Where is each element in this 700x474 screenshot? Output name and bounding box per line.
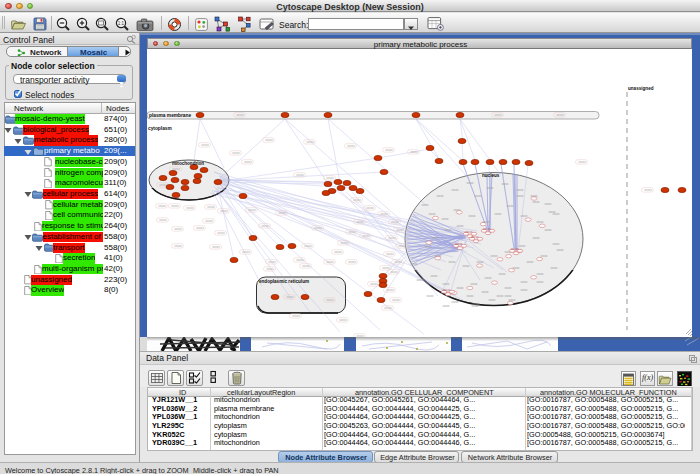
svg-text:xxxxx: xxxxx — [370, 282, 378, 286]
svg-text:mitochondrion: mitochondrion — [172, 161, 204, 166]
svg-text:xxxxx: xxxxx — [471, 282, 479, 286]
svg-text:xxxxx: xxxxx — [386, 252, 394, 256]
svg-text:unassigned: unassigned — [628, 86, 654, 91]
svg-text:xxxxx: xxxxx — [463, 264, 471, 268]
svg-text:xxxxx: xxxxx — [437, 194, 445, 198]
svg-text:xxxxx: xxxxx — [497, 294, 505, 298]
svg-text:xxxxx: xxxxx — [356, 220, 364, 224]
svg-text:xxxxx: xxxxx — [236, 113, 244, 117]
svg-text:xxxxx: xxxxx — [326, 260, 334, 264]
svg-text:xxxxx: xxxxx — [445, 228, 453, 232]
svg-text:xxxxx: xxxxx — [551, 266, 559, 270]
svg-text:xxxxx: xxxxx — [505, 294, 513, 298]
svg-text:xxxxx: xxxxx — [386, 288, 394, 292]
svg-text:xxxxx: xxxxx — [417, 278, 425, 282]
svg-text:xxxxx: xxxxx — [477, 260, 485, 264]
svg-text:xxxxx: xxxxx — [429, 212, 437, 216]
svg-text:xxxxx: xxxxx — [467, 294, 475, 298]
svg-text:xxxxx: xxxxx — [502, 182, 510, 186]
svg-text:xxxxx: xxxxx — [205, 219, 213, 223]
svg-text:xxxxx: xxxxx — [422, 203, 430, 207]
svg-text:xxxxx: xxxxx — [220, 209, 228, 213]
svg-text:xxxxx: xxxxx — [482, 290, 490, 294]
svg-text:xxxxx: xxxxx — [385, 148, 393, 152]
svg-text:xxxxx: xxxxx — [553, 242, 561, 246]
svg-text:xxxxx: xxxxx — [557, 248, 565, 252]
svg-text:xxxxx: xxxxx — [334, 250, 342, 254]
svg-text:xxxxx: xxxxx — [392, 298, 400, 302]
svg-text:xxxxx: xxxxx — [158, 204, 166, 208]
svg-text:xxxxx: xxxxx — [353, 198, 361, 202]
svg-text:xxxxx: xxxxx — [306, 140, 314, 144]
svg-text:xxxxx: xxxxx — [507, 204, 515, 208]
svg-text:xxxxx: xxxxx — [159, 218, 167, 222]
svg-text:xxxxx: xxxxx — [411, 262, 419, 266]
svg-text:xxxxx: xxxxx — [578, 160, 586, 164]
svg-text:xxxxx: xxxxx — [286, 295, 294, 299]
svg-text:xxxxx: xxxxx — [505, 286, 513, 290]
svg-text:xxx xx: xxx xx — [471, 236, 479, 239]
svg-text:xxxxx: xxxxx — [296, 258, 304, 262]
svg-text:xxxxx: xxxxx — [473, 302, 481, 306]
svg-text:xxxxx: xxxxx — [278, 211, 286, 215]
svg-text:xxxxx: xxxxx — [171, 204, 179, 208]
svg-text:xxxxx: xxxxx — [388, 236, 396, 240]
svg-text:xxx xx: xxx xx — [443, 289, 451, 292]
svg-text:xxxxx: xxxxx — [487, 186, 495, 190]
svg-text:xxxxx: xxxxx — [537, 272, 545, 276]
svg-text:xxx xx: xxx xx — [511, 248, 519, 251]
svg-text:xxxxx: xxxxx — [326, 298, 334, 302]
svg-text:xxxxx: xxxxx — [467, 181, 475, 185]
svg-text:xxxxx: xxxxx — [362, 234, 370, 238]
svg-text:xxxxx: xxxxx — [533, 200, 541, 204]
svg-text:xxxxx: xxxxx — [248, 208, 256, 212]
svg-text:nucleus: nucleus — [482, 173, 500, 178]
svg-text:xxxxx: xxxxx — [452, 300, 460, 304]
svg-text:xxxxx: xxxxx — [242, 250, 250, 254]
svg-text:xxx xx: xxx xx — [483, 228, 491, 231]
svg-text:xxxxx: xxxxx — [266, 267, 274, 271]
svg-text:xxxxx: xxxxx — [390, 270, 398, 274]
svg-text:xxxxx: xxxxx — [268, 260, 276, 264]
svg-text:xxxxx: xxxxx — [232, 151, 240, 155]
svg-text:xxxxx: xxxxx — [527, 260, 535, 264]
svg-text:xxxxx: xxxxx — [394, 260, 402, 264]
svg-text:xxxxx: xxxxx — [348, 260, 356, 264]
svg-text:xxxxx: xxxxx — [347, 144, 355, 148]
svg-text:xxxxx: xxxxx — [537, 220, 545, 224]
svg-text:xxxxx: xxxxx — [537, 280, 545, 284]
svg-text:xxxxx: xxxxx — [449, 260, 457, 264]
svg-text:xxxxx: xxxxx — [495, 212, 503, 216]
svg-text:xxxxx: xxxxx — [339, 318, 347, 322]
svg-text:xxxxx: xxxxx — [326, 176, 334, 180]
svg-text:xxxxx: xxxxx — [469, 214, 477, 218]
svg-text:xxxxx: xxxxx — [443, 304, 451, 308]
svg-text:xxxxx: xxxxx — [427, 294, 435, 298]
svg-text:xxxxx: xxxxx — [556, 113, 564, 117]
svg-text:xxxxx: xxxxx — [425, 245, 433, 249]
svg-text:xxxxx: xxxxx — [491, 254, 499, 258]
svg-text:xxxxx: xxxxx — [296, 173, 304, 177]
svg-text:xxxxx: xxxxx — [196, 226, 204, 230]
svg-text:1:1: 1:1 — [118, 21, 125, 26]
svg-text:xxxxx: xxxxx — [384, 306, 392, 310]
svg-text:xxxxx: xxxxx — [442, 217, 450, 221]
svg-text:cytoplasm: cytoplasm — [148, 126, 172, 131]
svg-text:xxxxx: xxxxx — [217, 231, 225, 235]
svg-text:xxxxx: xxxxx — [340, 241, 348, 245]
svg-text:xxxxx: xxxxx — [517, 194, 525, 198]
svg-text:xxxxx: xxxxx — [207, 205, 215, 209]
svg-text:xxxxx: xxxxx — [644, 188, 652, 192]
svg-text:xxxxx: xxxxx — [410, 150, 418, 154]
svg-text:xxxxx: xxxxx — [304, 244, 312, 248]
svg-text:xxxxx: xxxxx — [494, 113, 502, 117]
svg-text:xxxxx: xxxxx — [356, 334, 364, 336]
svg-text:xxxxx: xxxxx — [186, 206, 194, 210]
svg-text:xxxxx: xxxxx — [366, 206, 374, 210]
svg-text:xxxxx: xxxxx — [292, 314, 300, 318]
svg-text:xxxxx: xxxxx — [265, 138, 273, 142]
svg-text:endoplasmic reticulum: endoplasmic reticulum — [259, 279, 309, 284]
svg-text:plasma membrane: plasma membrane — [149, 113, 191, 118]
svg-text:xxxxx: xxxxx — [398, 244, 406, 248]
svg-text:xxxxx: xxxxx — [261, 224, 269, 228]
